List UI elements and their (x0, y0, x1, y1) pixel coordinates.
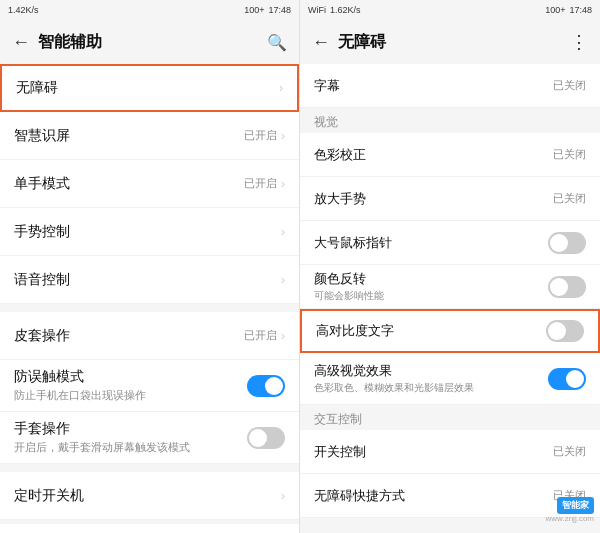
menu-item-smart-screen-title: 智慧识屏 (14, 127, 70, 145)
menu-item-one-hand[interactable]: 单手模式 已开启 › (0, 160, 299, 208)
chevron-icon: › (281, 129, 285, 143)
right-status-bar: WiFi 1.62K/s 100+ 17:48 (300, 0, 600, 20)
divider1 (0, 304, 299, 312)
left-panel: 1.42K/s 100+ 17:48 ← 智能辅助 🔍 无障碍 › 智慧识屏 (0, 0, 300, 533)
left-speed: 1.42K/s (8, 5, 39, 15)
right-back-button[interactable]: ← (312, 32, 330, 53)
menu-item-one-hand-title: 单手模式 (14, 175, 70, 193)
chevron-icon: › (281, 273, 285, 287)
chevron-icon: › (281, 177, 285, 191)
right-menu-advanced-visual[interactable]: 高级视觉效果 色彩取色、模糊效果和光影锚层效果 (300, 353, 600, 405)
menu-item-accessibility-right: › (279, 81, 283, 95)
right-menu-switch-control[interactable]: 开关控制 已关闭 (300, 430, 600, 474)
accessibility-shortcut-title: 无障碍快捷方式 (314, 487, 405, 505)
watermark-area: 智能家 www.znjj.com (546, 497, 594, 523)
left-menu-list: 无障碍 › 智慧识屏 已开启 › 单手模式 已开启 › (0, 64, 299, 533)
menu-item-voice[interactable]: 语音控制 › (0, 256, 299, 304)
right-signal: WiFi (308, 5, 326, 15)
right-menu-large-cursor[interactable]: 大号鼠标指针 (300, 221, 600, 265)
high-contrast-title: 高对比度文字 (316, 322, 394, 340)
right-time: 17:48 (569, 5, 592, 15)
toggle-thumb (550, 234, 568, 252)
one-hand-badge: 已开启 (244, 176, 277, 191)
interaction-section-label: 交互控制 (300, 405, 600, 430)
chevron-icon: › (279, 81, 283, 95)
toggle-thumb (265, 377, 283, 395)
toggle-thumb (548, 322, 566, 340)
smart-screen-badge: 已开启 (244, 128, 277, 143)
left-back-button[interactable]: ← (12, 32, 30, 53)
right-toolbar: ← 无障碍 ⋮ (300, 20, 600, 64)
magnify-title: 放大手势 (314, 190, 366, 208)
bottom-card: 是否在寻找其他设置项？ 系统导航方式 (0, 524, 299, 533)
menu-item-accessibility-title: 无障碍 (16, 79, 58, 97)
menu-item-gesture[interactable]: 手势控制 › (0, 208, 299, 256)
menu-item-mistouch[interactable]: 防误触模式 防止手机在口袋出现误操作 (0, 360, 299, 412)
gloves-toggle[interactable] (247, 427, 285, 449)
watermark-url: www.znjj.com (546, 514, 594, 523)
left-toolbar: ← 智能辅助 🔍 (0, 20, 299, 64)
advanced-visual-subtitle: 色彩取色、模糊效果和光影锚层效果 (314, 381, 474, 395)
menu-item-accessibility-left: 无障碍 (16, 79, 58, 97)
menu-item-voice-title: 语音控制 (14, 271, 70, 289)
right-menu-captions[interactable]: 字幕 已关闭 (300, 64, 600, 108)
right-menu-high-contrast[interactable]: 高对比度文字 (300, 309, 600, 353)
color-correction-title: 色彩校正 (314, 146, 366, 164)
captions-badge: 已关闭 (553, 78, 586, 93)
left-title: 智能辅助 (38, 32, 259, 53)
color-invert-title: 颜色反转 (314, 270, 384, 288)
vision-section-label: 视觉 (300, 108, 600, 133)
right-menu-color-invert[interactable]: 颜色反转 可能会影响性能 (300, 265, 600, 309)
right-speed: 1.62K/s (330, 5, 361, 15)
menu-item-gloves[interactable]: 手套操作 开启后，戴手套滑动屏幕触发该模式 (0, 412, 299, 464)
magnify-badge: 已关闭 (553, 191, 586, 206)
toggle-thumb (550, 278, 568, 296)
captions-title: 字幕 (314, 77, 340, 95)
switch-control-badge: 已关闭 (553, 444, 586, 459)
color-invert-toggle[interactable] (548, 276, 586, 298)
right-menu-color-correction[interactable]: 色彩校正 已关闭 (300, 133, 600, 177)
toggle-thumb (566, 370, 584, 388)
menu-item-smart-screen[interactable]: 智慧识屏 已开启 › (0, 112, 299, 160)
color-correction-badge: 已关闭 (553, 147, 586, 162)
menu-item-gesture-title: 手势控制 (14, 223, 70, 241)
menu-item-gloves-title: 手套操作 (14, 420, 190, 438)
left-status-left: 1.42K/s (8, 5, 39, 15)
large-cursor-title: 大号鼠标指针 (314, 234, 392, 252)
toggle-thumb (249, 429, 267, 447)
menu-item-accessibility[interactable]: 无障碍 › (0, 64, 299, 112)
divider2 (0, 464, 299, 472)
color-invert-subtitle: 可能会影响性能 (314, 289, 384, 303)
left-status-bar: 1.42K/s 100+ 17:48 (0, 0, 299, 20)
logo-badge: 智能家 (557, 497, 594, 514)
left-status-right: 100+ 17:48 (244, 5, 291, 15)
menu-item-timer-title: 定时开关机 (14, 487, 84, 505)
advanced-visual-toggle[interactable] (548, 368, 586, 390)
menu-item-gloves-subtitle: 开启后，戴手套滑动屏幕触发该模式 (14, 440, 190, 455)
right-panel: WiFi 1.62K/s 100+ 17:48 ← 无障碍 ⋮ 字幕 已关闭 视… (300, 0, 600, 533)
right-status-left: WiFi 1.62K/s (308, 5, 361, 15)
switch-control-title: 开关控制 (314, 443, 366, 461)
right-menu-magnify[interactable]: 放大手势 已关闭 (300, 177, 600, 221)
advanced-visual-title: 高级视觉效果 (314, 362, 474, 380)
right-status-right: 100+ 17:48 (545, 5, 592, 15)
right-title: 无障碍 (338, 32, 562, 53)
menu-item-mistouch-title: 防误触模式 (14, 368, 146, 386)
left-time: 17:48 (268, 5, 291, 15)
menu-item-timer[interactable]: 定时开关机 › (0, 472, 299, 520)
menu-item-case-title: 皮套操作 (14, 327, 70, 345)
case-badge: 已开启 (244, 328, 277, 343)
chevron-icon: › (281, 225, 285, 239)
menu-item-mistouch-subtitle: 防止手机在口袋出现误操作 (14, 388, 146, 403)
large-cursor-toggle[interactable] (548, 232, 586, 254)
menu-item-case[interactable]: 皮套操作 已开启 › (0, 312, 299, 360)
chevron-icon: › (281, 489, 285, 503)
chevron-icon: › (281, 329, 285, 343)
left-search-button[interactable]: 🔍 (267, 33, 287, 52)
right-battery: 100+ (545, 5, 565, 15)
mistouch-toggle[interactable] (247, 375, 285, 397)
high-contrast-toggle[interactable] (546, 320, 584, 342)
left-battery: 100+ (244, 5, 264, 15)
right-more-button[interactable]: ⋮ (570, 31, 588, 53)
